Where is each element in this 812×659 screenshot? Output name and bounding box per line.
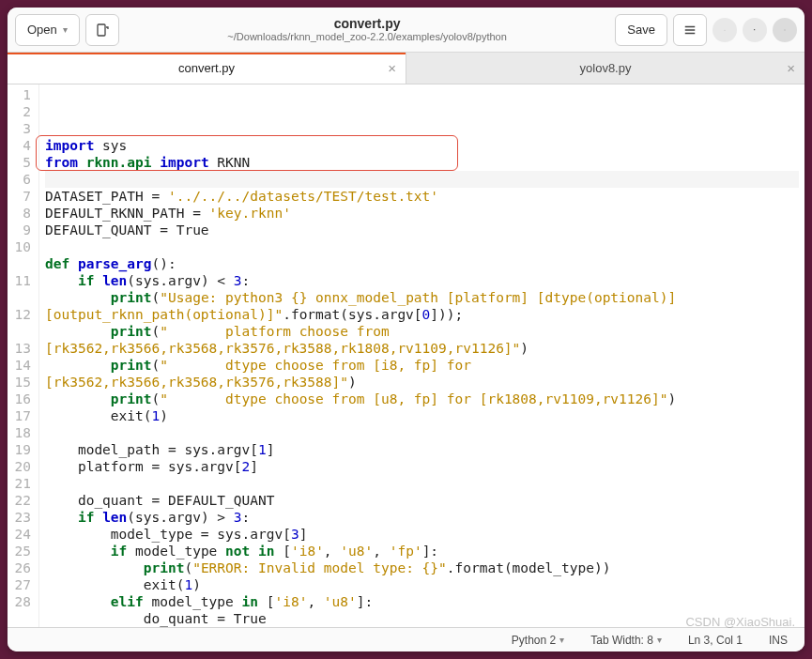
chevron-down-icon: ▾ [657, 635, 662, 645]
code-line: if len(sys.argv) > 3: [45, 509, 799, 526]
line-number-gutter: 1234567891011121314151617181920212223242… [8, 84, 39, 627]
tab-convert[interactable]: convert.py × [8, 53, 406, 84]
code-line: DEFAULT_RKNN_PATH = 'key.rknn' [45, 205, 799, 222]
editor-area[interactable]: 1234567891011121314151617181920212223242… [8, 84, 804, 627]
code-line: print("Usage: python3 {} onnx_model_path… [45, 289, 799, 306]
code-line [45, 238, 799, 255]
language-selector[interactable]: Python 2▾ [512, 634, 564, 647]
hamburger-menu-button[interactable] [673, 14, 707, 46]
maximize-button[interactable] [743, 18, 767, 42]
tab-width-selector[interactable]: Tab Width: 8▾ [590, 634, 662, 647]
code-line: do_quant = True [45, 610, 799, 627]
header-bar: Open ▾ convert.py ~/Downloads/rknn_model… [8, 8, 804, 53]
code-line: DATASET_PATH = '../../../datasets/TEST/t… [45, 188, 799, 205]
code-line: def parse_arg(): [45, 255, 799, 272]
editor-window: Open ▾ convert.py ~/Downloads/rknn_model… [8, 8, 804, 651]
tab-bar: convert.py × yolov8.py × [8, 53, 804, 84]
code-line: print("ERROR: Invalid model type: {}".fo… [45, 559, 799, 576]
new-document-icon [95, 23, 110, 38]
code-line: exit(1) [45, 407, 799, 424]
open-button[interactable]: Open ▾ [15, 14, 80, 46]
code-line: DEFAULT_QUANT = True [45, 222, 799, 238]
tab-label: convert.py [178, 61, 235, 75]
code-content[interactable]: import sysfrom rknn.api import RKNN DATA… [39, 84, 804, 627]
header-title-area: convert.py ~/Downloads/rknn_model_zoo-2.… [119, 16, 616, 44]
minimize-icon [724, 23, 726, 37]
close-button[interactable] [773, 18, 797, 42]
status-bar: Python 2▾ Tab Width: 8▾ Ln 3, Col 1 INS [8, 627, 804, 651]
code-line: if len(sys.argv) < 3: [45, 272, 799, 289]
code-line: elif model_type in ['i8', 'u8']: [45, 593, 799, 610]
tab-close-icon[interactable]: × [388, 60, 396, 76]
minimize-button[interactable] [712, 18, 737, 42]
code-line: print(" dtype choose from [u8, fp] for [… [45, 391, 799, 407]
code-line: if model_type not in ['i8', 'u8', 'fp']: [45, 543, 799, 559]
tab-label: yolov8.py [580, 61, 632, 75]
tab-yolov8[interactable]: yolov8.py × [406, 53, 804, 84]
cursor-position[interactable]: Ln 3, Col 1 [688, 634, 743, 647]
window-title: convert.py [119, 16, 616, 32]
chevron-down-icon: ▾ [63, 24, 68, 35]
open-label: Open [27, 23, 57, 37]
code-line: [rk3562,rk3566,rk3568,rk3576,rk3588]") [45, 374, 799, 391]
code-line: model_type = sys.argv[3] [45, 526, 799, 543]
new-tab-button[interactable] [85, 14, 119, 46]
code-line: exit(1) [45, 576, 799, 593]
code-line: [output_rknn_path(optional)]".format(sys… [45, 306, 799, 323]
code-line: print(" platform choose from [45, 323, 799, 340]
code-line: platform = sys.argv[2] [45, 458, 799, 475]
insert-mode[interactable]: INS [769, 634, 788, 647]
close-icon [784, 23, 786, 37]
code-line [45, 424, 799, 441]
chevron-down-icon: ▾ [559, 635, 564, 645]
code-line [45, 475, 799, 492]
tab-close-icon[interactable]: × [787, 60, 795, 76]
window-subtitle: ~/Downloads/rknn_model_zoo-2.2.0/example… [119, 31, 616, 43]
code-line: model_path = sys.argv[1] [45, 441, 799, 458]
code-line: [rk3562,rk3566,rk3568,rk3576,rk3588,rk18… [45, 340, 799, 357]
save-button[interactable]: Save [615, 14, 667, 46]
svg-rect-0 [98, 24, 105, 36]
hamburger-icon [683, 23, 697, 37]
code-line: do_quant = DEFAULT_QUANT [45, 492, 799, 509]
code-line: print(" dtype choose from [i8, fp] for [45, 357, 799, 374]
code-line: from rknn.api import RKNN [45, 154, 799, 171]
code-line [45, 171, 799, 188]
code-line: import sys [45, 137, 799, 154]
svg-rect-1 [755, 29, 756, 30]
maximize-icon [754, 23, 756, 37]
save-label: Save [627, 23, 655, 37]
